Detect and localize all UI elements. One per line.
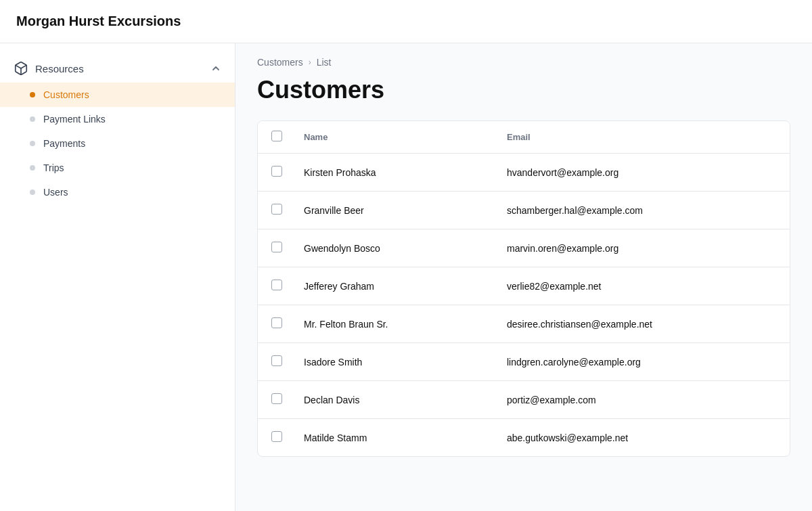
sidebar-section-left: Resources: [14, 61, 84, 76]
sidebar-section-resources: Resources Customers Payment Links Payme: [0, 54, 235, 204]
table-body: Kirsten Prohaskahvandervort@example.orgG…: [258, 154, 790, 457]
sidebar-section-header[interactable]: Resources: [0, 54, 235, 83]
row-name: Matilde Stamm: [290, 419, 493, 457]
row-email: hvandervort@example.org: [493, 154, 790, 192]
table-row: Kirsten Prohaskahvandervort@example.org: [258, 154, 790, 192]
row-name: Isadore Smith: [290, 343, 493, 381]
page-title: Customers: [257, 76, 790, 104]
select-all-checkbox[interactable]: [271, 131, 282, 141]
sidebar-item-label-payments: Payments: [43, 138, 85, 149]
table-row: Matilde Stammabe.gutkowski@example.net: [258, 419, 790, 457]
row-checkbox-0[interactable]: [271, 166, 282, 177]
column-header-email: Email: [493, 121, 790, 154]
sidebar-item-label-users: Users: [43, 187, 68, 198]
app-header: Morgan Hurst Excursions: [0, 0, 812, 43]
sidebar-item-users[interactable]: Users: [0, 180, 235, 204]
customers-table-container: Name Email Kirsten Prohaskahvandervort@e…: [257, 120, 790, 457]
sidebar-item-payment-links[interactable]: Payment Links: [0, 107, 235, 131]
box-icon: [14, 61, 28, 76]
row-checkbox-cell: [258, 381, 290, 419]
row-checkbox-6[interactable]: [271, 393, 282, 404]
sidebar-dot-payments: [30, 141, 35, 146]
table-header: Name Email: [258, 121, 790, 154]
row-email: schamberger.hal@example.com: [493, 192, 790, 229]
sidebar-dot-payment-links: [30, 116, 35, 122]
sidebar-section-label: Resources: [35, 63, 84, 74]
row-checkbox-3[interactable]: [271, 280, 282, 290]
row-checkbox-cell: [258, 419, 290, 457]
row-checkbox-7[interactable]: [271, 431, 282, 442]
row-name: Declan Davis: [290, 381, 493, 419]
row-email: marvin.oren@example.org: [493, 229, 790, 267]
sidebar-item-trips[interactable]: Trips: [0, 156, 235, 180]
sidebar-item-label-payment-links: Payment Links: [43, 114, 106, 125]
row-email: abe.gutkowski@example.net: [493, 419, 790, 457]
sidebar-item-label-customers: Customers: [43, 89, 89, 100]
row-checkbox-cell: [258, 154, 290, 192]
row-checkbox-4[interactable]: [271, 317, 282, 328]
main-content: Customers › List Customers Name Email: [235, 43, 812, 511]
table-row: Declan Davisportiz@example.com: [258, 381, 790, 419]
row-checkbox-cell: [258, 343, 290, 381]
sidebar-item-label-trips: Trips: [43, 162, 64, 173]
row-name: Jefferey Graham: [290, 267, 493, 305]
main-layout: Resources Customers Payment Links Payme: [0, 43, 812, 511]
row-name: Granville Beer: [290, 192, 493, 229]
breadcrumb-parent[interactable]: Customers: [257, 57, 303, 68]
row-checkbox-cell: [258, 229, 290, 267]
row-email: verlie82@example.net: [493, 267, 790, 305]
app-title: Morgan Hurst Excursions: [16, 14, 181, 29]
row-checkbox-5[interactable]: [271, 355, 282, 366]
chevron-up-icon: [210, 63, 221, 74]
row-email: desiree.christiansen@example.net: [493, 305, 790, 343]
row-email: portiz@example.com: [493, 381, 790, 419]
row-checkbox-1[interactable]: [271, 204, 282, 215]
row-name: Gwendolyn Bosco: [290, 229, 493, 267]
select-all-cell: [258, 121, 290, 154]
table-row: Isadore Smithlindgren.carolyne@example.o…: [258, 343, 790, 381]
breadcrumb-separator: ›: [309, 58, 311, 67]
sidebar: Resources Customers Payment Links Payme: [0, 43, 235, 511]
table-row: Granville Beerschamberger.hal@example.co…: [258, 192, 790, 229]
main-inner: Customers › List Customers Name Email: [235, 43, 812, 479]
table-row: Mr. Felton Braun Sr.desiree.christiansen…: [258, 305, 790, 343]
sidebar-dot-customers: [30, 92, 35, 97]
sidebar-items-list: Customers Payment Links Payments Trips U…: [0, 83, 235, 204]
row-checkbox-cell: [258, 192, 290, 229]
sidebar-item-customers[interactable]: Customers: [0, 83, 235, 107]
row-email: lindgren.carolyne@example.org: [493, 343, 790, 381]
sidebar-dot-trips: [30, 165, 35, 171]
customers-table: Name Email Kirsten Prohaskahvandervort@e…: [258, 121, 790, 456]
table-row: Gwendolyn Boscomarvin.oren@example.org: [258, 229, 790, 267]
row-checkbox-cell: [258, 267, 290, 305]
breadcrumb-current: List: [317, 57, 332, 68]
row-checkbox-2[interactable]: [271, 242, 282, 252]
row-name: Mr. Felton Braun Sr.: [290, 305, 493, 343]
table-header-row: Name Email: [258, 121, 790, 154]
row-name: Kirsten Prohaska: [290, 154, 493, 192]
row-checkbox-cell: [258, 305, 290, 343]
breadcrumb: Customers › List: [257, 57, 790, 68]
sidebar-dot-users: [30, 190, 35, 195]
column-header-name: Name: [290, 121, 493, 154]
sidebar-item-payments[interactable]: Payments: [0, 131, 235, 156]
table-row: Jefferey Grahamverlie82@example.net: [258, 267, 790, 305]
